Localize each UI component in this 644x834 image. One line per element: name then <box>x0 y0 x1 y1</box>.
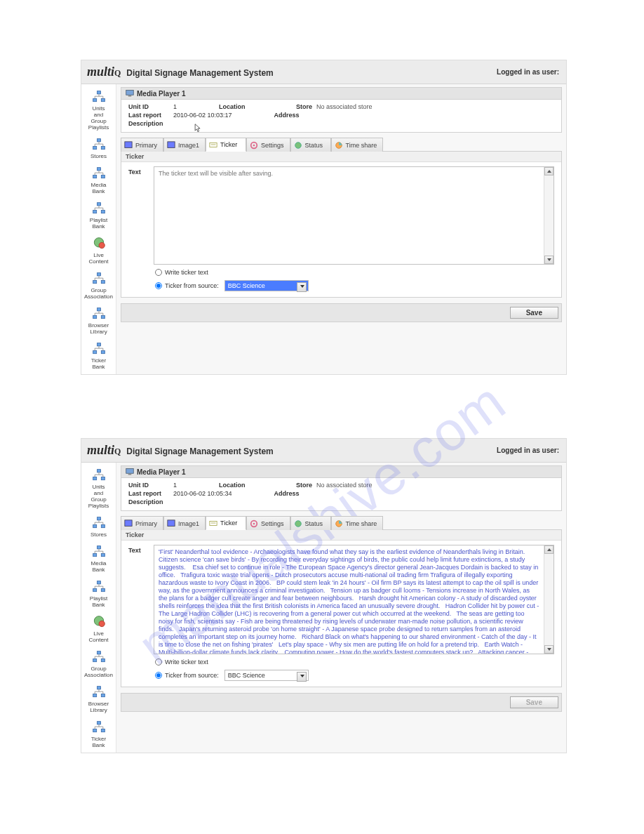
sidebar-item-group-association[interactable]: Group Association <box>81 647 116 682</box>
sidebar-item-label: Browser Library <box>88 701 109 713</box>
scroll-down-button[interactable] <box>544 645 554 654</box>
radio-write-input[interactable] <box>155 269 162 276</box>
panel-title: Media Player 1 <box>137 90 185 98</box>
gear-icon <box>250 519 258 528</box>
svg-point-64 <box>295 520 301 527</box>
svg-rect-16 <box>101 281 105 284</box>
svg-rect-7 <box>93 176 96 178</box>
scroll-down-button[interactable] <box>544 256 554 264</box>
tab-timeshare[interactable]: Time share <box>331 138 384 152</box>
sidebar-item-stores[interactable]: Stores <box>81 135 116 164</box>
description-label: Description <box>128 498 173 505</box>
radio-source-input[interactable] <box>155 672 162 679</box>
scroll-up-button[interactable] <box>544 545 554 554</box>
save-button[interactable]: Save <box>510 307 558 319</box>
media-player-panel: Media Player 1 Unit ID 1 Location Store … <box>121 87 562 133</box>
tab-status[interactable]: Status <box>290 516 331 530</box>
tab-settings[interactable]: Settings <box>246 138 290 152</box>
tab-label: Image1 <box>178 520 199 527</box>
svg-rect-20 <box>97 343 100 346</box>
network-icon <box>91 138 107 152</box>
svg-rect-38 <box>101 525 105 528</box>
tab-status[interactable]: Status <box>290 138 331 152</box>
scrollbar[interactable] <box>544 545 554 654</box>
tab-ticker[interactable]: Ticker <box>206 516 246 530</box>
sidebar-item-stores[interactable]: Stores <box>81 513 116 542</box>
tab-label: Primary <box>135 142 157 149</box>
source-select-value: BBC Science <box>228 672 265 679</box>
tab-primary[interactable]: Primary <box>121 138 163 152</box>
tab-image1[interactable]: Image1 <box>163 138 206 152</box>
network-icon <box>91 545 107 559</box>
radio-write-input[interactable] <box>155 658 162 666</box>
scroll-up-button[interactable] <box>544 167 554 176</box>
chevron-down-icon <box>300 675 304 677</box>
network-icon <box>91 468 107 482</box>
radio-write[interactable]: Write ticker text <box>128 658 554 666</box>
sidebar-item-units[interactable]: Units and Group Playlists <box>81 465 116 513</box>
network-icon <box>91 307 107 321</box>
sidebar-item-live-content[interactable]: Live Content <box>81 234 116 269</box>
sidebar-item-media-bank[interactable]: Media Bank <box>81 542 116 577</box>
sidebar-item-ticker-bank[interactable]: Ticker Bank <box>81 339 116 374</box>
sidebar-item-label: Browser Library <box>88 322 109 335</box>
app-window-1: multiQ Digital Signage Management System… <box>81 60 567 375</box>
sidebar-item-live-content[interactable]: Live Content <box>81 612 116 647</box>
svg-rect-25 <box>125 141 132 147</box>
tab-settings[interactable]: Settings <box>246 516 290 530</box>
svg-rect-58 <box>125 519 132 526</box>
sidebar-item-media-bank[interactable]: Media Bank <box>81 164 116 199</box>
sidebar-item-ticker-bank[interactable]: Ticker Bank <box>81 717 116 753</box>
svg-rect-23 <box>126 91 134 95</box>
radio-source[interactable]: Ticker from source: BBC Science <box>128 670 554 681</box>
radio-write[interactable]: Write ticker text <box>128 269 554 276</box>
network-icon <box>91 342 107 356</box>
tab-label: Image1 <box>178 142 199 149</box>
ticker-icon <box>209 519 217 527</box>
radio-source-label: Ticker from source: <box>165 282 219 289</box>
source-select[interactable]: BBC Science <box>224 280 309 291</box>
last-report-label: Last report <box>128 112 173 119</box>
tab-primary[interactable]: Primary <box>121 516 163 530</box>
network-icon <box>91 272 107 286</box>
text-field-label: Text <box>128 166 149 176</box>
tab-label: Primary <box>135 520 157 527</box>
address-label: Address <box>274 490 309 497</box>
save-button[interactable]: Save <box>510 696 558 708</box>
ticker-text-input[interactable] <box>154 545 544 654</box>
sidebar-item-playlist-bank[interactable]: Playlist Bank <box>81 577 116 612</box>
last-report-value: 2010-06-02 10:03:17 <box>173 112 232 119</box>
ticker-text-input[interactable] <box>154 167 544 264</box>
header: multiQ Digital Signage Management System… <box>81 439 566 463</box>
sidebar-item-browser-library[interactable]: Browser Library <box>81 682 116 717</box>
network-icon <box>91 580 107 594</box>
tabs: Primary Image1 Ticker Settings <box>121 137 562 152</box>
source-select[interactable]: BBC Science <box>224 670 309 681</box>
svg-rect-27 <box>210 143 217 147</box>
svg-rect-0 <box>97 91 100 94</box>
radio-source[interactable]: Ticker from source: BBC Science <box>128 280 554 291</box>
radio-source-input[interactable] <box>155 282 162 289</box>
sidebar-item-units[interactable]: Units and Group Playlists <box>81 87 116 135</box>
svg-rect-42 <box>97 581 100 584</box>
location-label: Location <box>219 103 254 110</box>
scrollbar[interactable] <box>544 167 554 264</box>
tab-timeshare[interactable]: Time share <box>331 516 384 530</box>
tab-label: Settings <box>261 142 284 149</box>
monitor-icon <box>126 89 134 98</box>
tab-ticker[interactable]: Ticker <box>206 138 246 152</box>
sidebar-item-browser-library[interactable]: Browser Library <box>81 304 116 339</box>
sidebar-item-label: Ticker Bank <box>91 736 106 748</box>
chevron-down-icon <box>300 285 304 288</box>
radio-write-label: Write ticker text <box>165 269 208 276</box>
tabs: Primary Image1 Ticker Settings <box>121 515 562 530</box>
svg-rect-40 <box>93 554 96 557</box>
svg-rect-1 <box>93 99 96 102</box>
tab-label: Ticker <box>220 519 237 527</box>
svg-rect-49 <box>101 659 105 662</box>
monitor-icon <box>126 468 134 476</box>
svg-rect-11 <box>101 211 105 213</box>
tab-image1[interactable]: Image1 <box>163 516 206 530</box>
sidebar-item-playlist-bank[interactable]: Playlist Bank <box>81 199 116 234</box>
sidebar-item-group-association[interactable]: Group Association <box>81 269 116 304</box>
